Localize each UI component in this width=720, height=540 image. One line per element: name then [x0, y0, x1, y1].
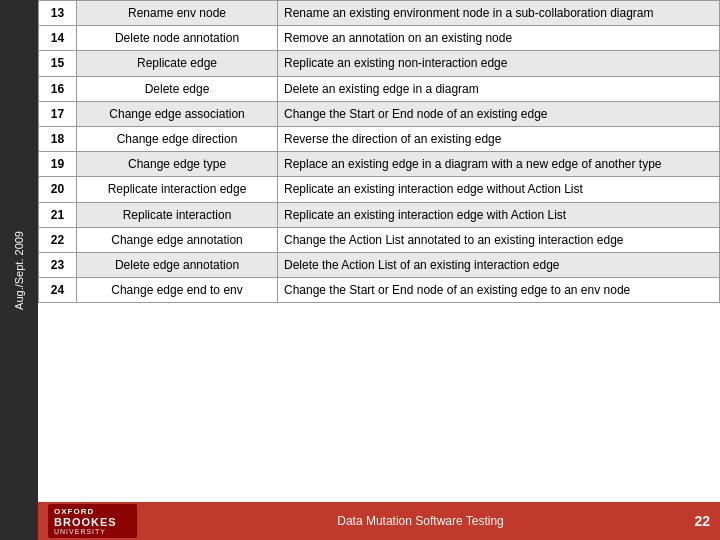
- row-number: 15: [39, 51, 77, 76]
- operations-table: 13Rename env nodeRename an existing envi…: [38, 0, 720, 303]
- row-operation: Replicate edge: [77, 51, 278, 76]
- row-operation: Delete node annotation: [77, 26, 278, 51]
- row-description: Change the Start or End node of an exist…: [277, 101, 719, 126]
- row-number: 23: [39, 252, 77, 277]
- row-number: 17: [39, 101, 77, 126]
- row-operation: Rename env node: [77, 1, 278, 26]
- row-description: Replicate an existing non-interaction ed…: [277, 51, 719, 76]
- table-row: 22Change edge annotationChange the Actio…: [39, 227, 720, 252]
- row-description: Remove an annotation on an existing node: [277, 26, 719, 51]
- row-description: Replicate an existing interaction edge w…: [277, 177, 719, 202]
- footer-logo: OXFORD BROOKES UNIVERSITY: [54, 507, 117, 535]
- row-number: 18: [39, 126, 77, 151]
- table-row: 24Change edge end to envChange the Start…: [39, 278, 720, 303]
- row-operation: Delete edge: [77, 76, 278, 101]
- row-number: 19: [39, 152, 77, 177]
- row-number: 14: [39, 26, 77, 51]
- logo-brookes: BROOKES: [54, 516, 117, 528]
- footer-title: Data Mutation Software Testing: [147, 514, 695, 528]
- row-description: Change the Start or End node of an exist…: [277, 278, 719, 303]
- row-operation: Change edge annotation: [77, 227, 278, 252]
- row-number: 16: [39, 76, 77, 101]
- table-row: 21Replicate interactionReplicate an exis…: [39, 202, 720, 227]
- row-description: Replicate an existing interaction edge w…: [277, 202, 719, 227]
- row-operation: Change edge direction: [77, 126, 278, 151]
- row-operation: Delete edge annotation: [77, 252, 278, 277]
- table-row: 19Change edge typeReplace an existing ed…: [39, 152, 720, 177]
- row-description: Rename an existing environment node in a…: [277, 1, 719, 26]
- logo-oxford: OXFORD: [54, 507, 117, 516]
- table-row: 23Delete edge annotationDelete the Actio…: [39, 252, 720, 277]
- row-description: Reverse the direction of an existing edg…: [277, 126, 719, 151]
- table-row: 13Rename env nodeRename an existing envi…: [39, 1, 720, 26]
- table-row: 15Replicate edgeReplicate an existing no…: [39, 51, 720, 76]
- logo-university: UNIVERSITY: [54, 528, 117, 535]
- row-description: Replace an existing edge in a diagram wi…: [277, 152, 719, 177]
- row-number: 22: [39, 227, 77, 252]
- row-number: 20: [39, 177, 77, 202]
- table-row: 20Replicate interaction edgeReplicate an…: [39, 177, 720, 202]
- row-number: 13: [39, 1, 77, 26]
- main-content: 13Rename env nodeRename an existing envi…: [38, 0, 720, 540]
- table-row: 17Change edge associationChange the Star…: [39, 101, 720, 126]
- table-row: 18Change edge directionReverse the direc…: [39, 126, 720, 151]
- footer: OXFORD BROOKES UNIVERSITY Data Mutation …: [38, 502, 720, 540]
- row-operation: Replicate interaction edge: [77, 177, 278, 202]
- row-operation: Change edge type: [77, 152, 278, 177]
- table-row: 16Delete edgeDelete an existing edge in …: [39, 76, 720, 101]
- table-row: 14Delete node annotationRemove an annota…: [39, 26, 720, 51]
- row-operation: Replicate interaction: [77, 202, 278, 227]
- row-description: Change the Action List annotated to an e…: [277, 227, 719, 252]
- page-container: Aug./Sept. 2009 13Rename env nodeRename …: [0, 0, 720, 540]
- sidebar-label: Aug./Sept. 2009: [13, 231, 25, 310]
- row-number: 21: [39, 202, 77, 227]
- logo-box: OXFORD BROOKES UNIVERSITY: [48, 504, 137, 538]
- row-description: Delete an existing edge in a diagram: [277, 76, 719, 101]
- sidebar: Aug./Sept. 2009: [0, 0, 38, 540]
- footer-page: 22: [694, 513, 710, 529]
- row-number: 24: [39, 278, 77, 303]
- row-description: Delete the Action List of an existing in…: [277, 252, 719, 277]
- row-operation: Change edge end to env: [77, 278, 278, 303]
- table-container: 13Rename env nodeRename an existing envi…: [38, 0, 720, 502]
- row-operation: Change edge association: [77, 101, 278, 126]
